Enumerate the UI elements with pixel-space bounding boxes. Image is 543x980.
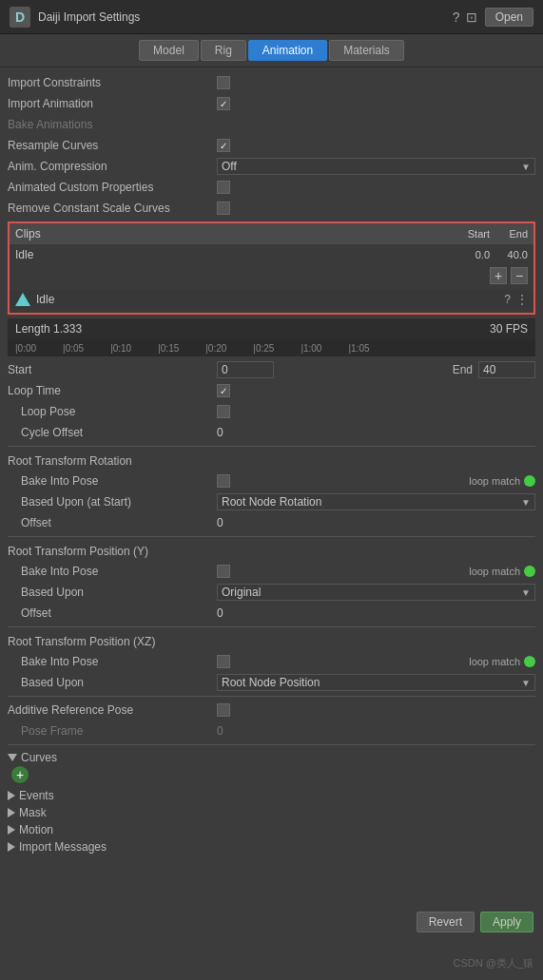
pos-y-based-upon-dropdown[interactable]: Original ▼ [217,584,535,601]
motion-collapsible-header[interactable]: Motion [8,821,535,838]
anim-compression-dropdown[interactable]: Off ▼ [217,158,535,175]
clip-start: 0.0 [442,249,490,260]
import-constraints-label: Import Constraints [8,76,217,89]
loop-pose-checkbox[interactable] [217,405,230,418]
ruler-tick-5: |0:25 [253,343,274,354]
remove-constant-scale-checkbox[interactable] [217,202,230,215]
timeline-fps: 30 FPS [490,322,528,336]
import-animation-checkbox[interactable]: ✓ [217,97,230,110]
help-icon[interactable]: ? [453,10,460,25]
ruler-tick-3: |0:15 [158,343,179,354]
pos-y-based-upon-arrow: ▼ [521,587,531,598]
clip-remove-button[interactable]: − [511,267,528,284]
cycle-offset-value: 0 [217,426,223,439]
pos-xz-based-upon-label: Based Upon [8,676,217,689]
pose-frame-row: Pose Frame 0 [8,721,535,740]
root-transform-pos-y-header: Root Transform Position (Y) [8,541,535,560]
curves-add-btn[interactable]: + [11,766,29,783]
tab-materials[interactable]: Materials [329,40,404,61]
pos-y-bake-checkbox[interactable] [217,565,230,578]
resample-curves-checkbox[interactable]: ✓ [217,139,230,152]
rotation-loop-match-dot [524,475,535,487]
curves-section: Curves + Events Mask Motion Import Messa… [8,749,535,855]
import-constraints-row: Import Constraints [8,73,535,92]
additive-ref-pose-checkbox[interactable] [217,703,230,717]
pose-frame-label: Pose Frame [8,724,217,738]
pos-xz-based-upon-dropdown[interactable]: Root Node Position ▼ [217,674,535,691]
rotation-bake-checkbox[interactable] [217,474,230,488]
clip-detail-bar: Idle ? ⋮ [10,290,533,309]
lock-icon[interactable]: ⊡ [466,10,477,25]
app-icon: D [10,7,30,28]
pos-xz-bake-checkbox[interactable] [217,655,230,668]
pos-xz-based-upon-row: Based Upon Root Node Position ▼ [8,673,535,692]
events-collapsible-header[interactable]: Events [8,787,535,804]
import-constraints-checkbox[interactable] [217,76,230,89]
loop-time-row: Loop Time ✓ [8,381,535,400]
apply-button[interactable]: Apply [480,912,533,932]
ruler-tick-2: |0:10 [110,343,131,354]
clip-detail-name: Idle [36,293,498,306]
cycle-offset-label: Cycle Offset [8,426,217,439]
clips-container: Clips Start End Idle 0.0 40.0 + − Idle ?… [8,221,535,315]
pos-xz-based-upon-arrow: ▼ [521,678,531,688]
import-animation-row: Import Animation ✓ [8,94,535,113]
clip-add-button[interactable]: + [490,267,507,284]
animated-custom-props-checkbox[interactable] [217,181,230,194]
end-field[interactable] [478,361,535,378]
root-transform-pos-y-label: Root Transform Position (Y) [8,545,148,558]
animated-custom-props-row: Animated Custom Properties [8,178,535,197]
curves-collapsible-header[interactable]: Curves [8,749,535,766]
clips-header-end: End [490,228,528,240]
rotation-loop-match-label: loop match [469,475,520,487]
curves-sub-items: Events Mask Motion Import Messages [8,787,535,855]
anim-compression-row: Anim. Compression Off ▼ [8,157,535,176]
divider-3 [8,626,535,627]
start-end-row: Start End [8,360,535,379]
clip-row[interactable]: Idle 0.0 40.0 [10,244,533,265]
resample-curves-row: Resample Curves ✓ [8,136,535,155]
bake-animations-row: Bake Animations [8,115,535,134]
ruler-tick-0: |0:00 [15,343,36,354]
timeline-length-value: 1.333 [53,322,82,336]
timeline-length-label: Length 1.333 [15,322,82,336]
revert-button[interactable]: Revert [417,912,475,932]
pos-y-based-upon-row: Based Upon Original ▼ [8,583,535,602]
rotation-based-upon-label: Based Upon (at Start) [8,495,217,509]
tab-model[interactable]: Model [139,40,199,61]
pos-y-bake-label: Bake Into Pose [8,565,217,578]
divider-2 [8,536,535,537]
rotation-offset-value: 0 [217,516,223,529]
clip-name: Idle [15,248,442,261]
cycle-offset-row: Cycle Offset 0 [8,423,535,442]
ruler-tick-1: |0:05 [63,343,84,354]
divider-5 [8,744,535,745]
events-label: Events [19,789,54,802]
tab-animation[interactable]: Animation [248,40,327,61]
import-messages-collapsible-header[interactable]: Import Messages [8,838,535,855]
clip-help-icon[interactable]: ? [504,293,511,306]
loop-time-checkbox[interactable]: ✓ [217,384,230,397]
clips-header-start: Start [442,228,490,240]
mask-collapsible-header[interactable]: Mask [8,804,535,821]
remove-constant-scale-label: Remove Constant Scale Curves [8,202,217,215]
rotation-based-upon-arrow: ▼ [521,497,531,508]
timeline-bar: Length 1.333 30 FPS [8,318,535,339]
open-button[interactable]: Open [485,8,533,27]
ruler-tick-6: |1:00 [301,343,321,354]
mask-label: Mask [19,806,47,819]
import-messages-label: Import Messages [19,840,107,854]
tabs-bar: Model Rig Animation Materials [0,34,543,67]
ruler-tick-4: |0:20 [205,343,226,354]
pos-xz-loop-match-label: loop match [469,656,520,667]
start-field[interactable] [217,361,274,378]
divider-1 [8,446,535,447]
remove-constant-scale-row: Remove Constant Scale Curves [8,199,535,218]
clip-end: 40.0 [490,249,528,260]
mask-collapse-icon [8,808,15,817]
pos-y-based-upon-label: Based Upon [8,586,217,599]
tab-rig[interactable]: Rig [201,40,246,61]
pos-xz-bake-label: Bake Into Pose [8,655,217,668]
rotation-based-upon-dropdown[interactable]: Root Node Rotation ▼ [217,493,535,510]
clip-menu-icon[interactable]: ⋮ [516,293,528,306]
